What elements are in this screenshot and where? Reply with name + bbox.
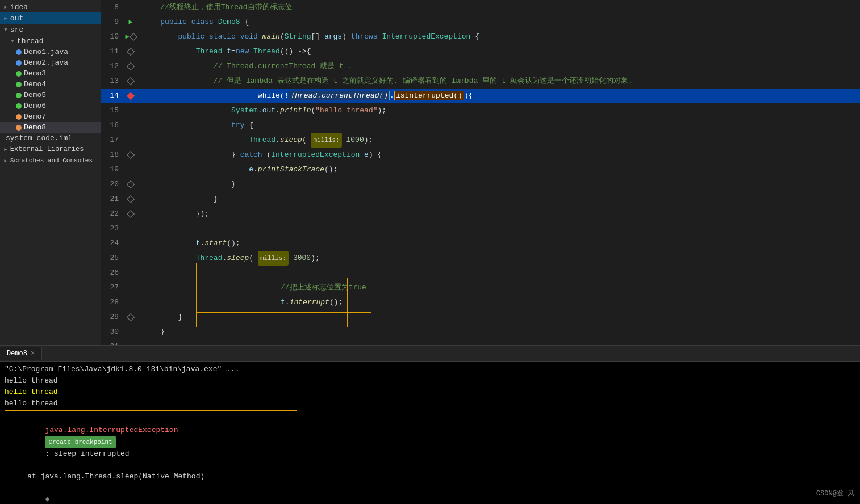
sidebar-item-demo3[interactable]: Demo3 (0, 68, 101, 79)
gutter-21 (123, 196, 138, 202)
line-num-16: 16 (101, 118, 123, 133)
code-line-20: 20 } (101, 177, 860, 192)
code-line-12: 12 // Thread.currentThread 就是 t . (101, 59, 860, 74)
bp-21[interactable] (127, 195, 135, 203)
code-text-30: } (138, 325, 860, 339)
code-text-18: } catch (InterruptedException e) { (138, 148, 860, 162)
create-breakpoint-badge[interactable]: Create breakpoint (45, 436, 115, 448)
demo7-icon (16, 114, 22, 120)
sidebar-item-demo7[interactable]: Demo7 (0, 111, 101, 122)
demo6-icon (16, 103, 22, 109)
line-num-25: 25 (101, 251, 123, 266)
bp-20[interactable] (127, 180, 135, 188)
line-num-8: 8 (101, 0, 123, 15)
console-line-2: hello thread (5, 387, 855, 398)
sidebar-item-idea[interactable]: ▸ idea (0, 1, 101, 12)
sidebar-label-src: src (10, 26, 23, 34)
bp-12[interactable] (127, 62, 135, 70)
sidebar-item-demo1[interactable]: Demo1.java (0, 47, 101, 57)
console-tab-bar: Demo8 × (0, 346, 860, 362)
sidebar-item-demo6[interactable]: Demo6 (0, 100, 101, 111)
line-num-15: 15 (101, 103, 123, 118)
sidebar-item-external-libraries[interactable]: ▸ External Libraries (0, 144, 101, 155)
sidebar-label-demo8: Demo8 (24, 123, 46, 132)
code-text-29: } (138, 310, 860, 325)
line-num-23: 23 (101, 221, 123, 236)
code-text-10: public static void main(String[] args) t… (138, 30, 860, 44)
line-num-29: 29 (101, 310, 123, 325)
sidebar: ▸ idea ▸ out ▾ src ▾ thread Demo1.java D… (0, 0, 101, 345)
sidebar-label-idea: idea (10, 3, 28, 11)
sidebar-item-system-code[interactable]: system_code.iml (0, 133, 101, 144)
line-num-24: 24 (101, 236, 123, 251)
sidebar-label-demo4: Demo4 (24, 80, 46, 89)
bp-22[interactable] (127, 210, 135, 218)
bp-11[interactable] (127, 48, 135, 56)
code-text-8: //线程终止，使用Thread自带的标志位 (138, 0, 860, 15)
sidebar-item-demo2[interactable]: Demo2.java (0, 57, 101, 68)
sidebar-item-out[interactable]: ▸ out (0, 12, 101, 24)
gutter-12 (123, 64, 138, 69)
line-num-9: 9 (101, 15, 123, 30)
code-text-12: // Thread.currentThread 就是 t . (138, 59, 860, 74)
demo4-icon (16, 82, 22, 87)
sidebar-label-demo5: Demo5 (24, 91, 46, 99)
sidebar-label-thread: thread (17, 37, 44, 45)
console-tab-label: Demo8 (7, 350, 27, 358)
line-num-26: 26 (101, 266, 123, 280)
code-line-9: 9 ▶ public class Demo8 { (101, 15, 860, 30)
code-text-9: public class Demo8 { (138, 15, 860, 30)
bp-14[interactable] (127, 92, 135, 100)
console-output[interactable]: "C:\Program Files\Java\jdk1.8.0_131\bin\… (0, 362, 860, 504)
console-line-stacktrace1: at java.lang.Thread.sleep(Native Method) (10, 471, 292, 482)
code-content[interactable]: 8 //线程终止，使用Thread自带的标志位 9 ▶ public class… (101, 0, 860, 345)
console-tab-close[interactable]: × (31, 350, 35, 358)
gutter-9: ▶ (123, 15, 138, 30)
line-num-20: 20 (101, 177, 123, 192)
sidebar-item-thread[interactable]: ▾ thread (0, 35, 101, 47)
sidebar-label-external-libraries: External Libraries (10, 145, 84, 153)
sidebar-item-src[interactable]: ▾ src (0, 24, 101, 35)
sidebar-label-demo7: Demo7 (24, 112, 46, 121)
code-text-11: Thread t=new Thread(() ->{ (138, 44, 860, 59)
gutter-13 (123, 78, 138, 84)
code-line-22: 22 }); (101, 207, 860, 221)
line-num-19: 19 (101, 162, 123, 177)
code-line-15: 15 System.out.println("hello thread"); (101, 103, 860, 118)
code-text-17: Thread.sleep( millis: 1000); (138, 133, 860, 148)
console-exception-box: java.lang.InterruptedException Create br… (5, 410, 297, 504)
demo8-icon (16, 125, 22, 131)
exception-text: java.lang.InterruptedException (45, 426, 178, 434)
line-num-28: 28 (101, 295, 123, 310)
gutter-11 (123, 49, 138, 54)
exception-suffix: : sleep interrupted (45, 450, 129, 458)
sidebar-label-demo3: Demo3 (24, 69, 46, 78)
bp-29[interactable] (127, 313, 135, 321)
code-text-20: } (138, 177, 860, 192)
sidebar-item-demo5[interactable]: Demo5 (0, 90, 101, 100)
line-num-21: 21 (101, 192, 123, 207)
code-line-28: 28 t.interrupt(); (101, 295, 860, 310)
code-line-16: 16 try { (101, 118, 860, 133)
yellow-box-container: 27 //把上述标志位置为true 28 t.interrupt(); (101, 280, 860, 310)
bp-18[interactable] (127, 151, 135, 159)
gutter-22 (123, 211, 138, 217)
line-num-27: 27 (101, 280, 123, 295)
code-text-22: }); (138, 207, 860, 221)
sidebar-label-scratches: Scratches and Consoles (10, 157, 93, 164)
bp-13[interactable] (127, 77, 135, 85)
bp-10[interactable] (130, 33, 137, 41)
console-tab-demo8[interactable]: Demo8 × (0, 347, 42, 360)
code-line-30: 30 } (101, 325, 860, 339)
code-line-10: 10 ▶ public static void main(String[] ar… (101, 30, 860, 44)
line-num-11: 11 (101, 44, 123, 59)
sidebar-item-demo8[interactable]: Demo8 (0, 122, 101, 133)
bullet-icon: ◆ (45, 495, 54, 503)
sidebar-item-scratches[interactable]: ▸ Scratches and Consoles (0, 155, 101, 166)
demo5-icon (16, 93, 22, 98)
console-line-1: hello thread (5, 375, 855, 387)
console-line-exception: java.lang.InterruptedException Create br… (10, 413, 292, 471)
sidebar-item-demo4[interactable]: Demo4 (0, 79, 101, 90)
sidebar-label-demo6: Demo6 (24, 102, 46, 110)
line-num-22: 22 (101, 207, 123, 221)
